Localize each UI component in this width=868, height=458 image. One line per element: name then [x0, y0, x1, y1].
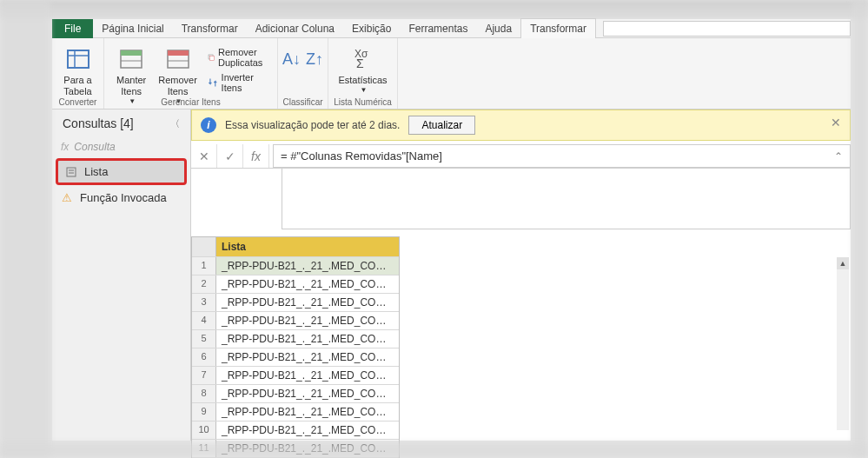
estatisticas-label: Estatísticas	[338, 75, 387, 86]
formula-value: = #"Colunas Removidas"[Name]	[281, 149, 442, 163]
svg-rect-10	[209, 56, 214, 60]
menu-bar: File Página Inicial Transformar Adiciona…	[52, 19, 851, 38]
row-number: 6	[192, 348, 216, 366]
row-number: 2	[192, 275, 216, 293]
estatisticas-button[interactable]: XσΣ Estatísticas▼	[335, 42, 390, 98]
cell-value: _RPP-PDU-B21_._21_.MED_CORR_TC_06.V...	[216, 348, 399, 366]
row-number: 10	[192, 421, 216, 439]
remover-itens-button[interactable]: Remover Itens▼	[153, 42, 202, 96]
cell-value: _RPP-PDU-B21_._21_.MED_CORR_TC_01.V...	[216, 257, 399, 275]
column-header-lista[interactable]: Lista	[216, 237, 399, 256]
tab-ferramentas[interactable]: Ferramentas	[400, 19, 476, 38]
queries-panel: Consultas [4] 〈 fx Consulta Lista ⚠ Funç…	[52, 110, 191, 441]
list-icon	[65, 166, 77, 178]
table-icon	[64, 45, 92, 73]
query-item-label: Função Invocada	[80, 191, 167, 204]
tab-exibicao[interactable]: Exibição	[343, 19, 400, 38]
tab-pagina-inicial[interactable]: Página Inicial	[93, 19, 172, 38]
remover-duplicatas-label: Remover Duplicatas	[218, 47, 268, 68]
cell-value: _RPP-PDU-B21_._21_.MED_CORR_TC_08.V...	[216, 385, 399, 402]
table-row[interactable]: 1_RPP-PDU-B21_._21_.MED_CORR_TC_01.V...	[192, 256, 399, 275]
svg-rect-13	[67, 168, 76, 176]
info-message: Essa visualização pode ter até 2 dias.	[225, 119, 400, 131]
cell-value: _RPP-PDU-B21_._21_.MED_CORR_TC_04.V...	[216, 312, 399, 329]
formula-bar: ✕ ✓ fx = #"Colunas Removidas"[Name] ⌃	[191, 144, 851, 169]
accept-formula-button[interactable]: ✓	[217, 144, 243, 168]
fx-button[interactable]: fx	[243, 144, 269, 168]
info-icon: i	[201, 117, 216, 133]
row-number: 8	[192, 385, 216, 402]
formula-placeholder: Consulta	[74, 141, 115, 153]
svg-rect-0	[68, 50, 89, 68]
warning-icon: ⚠	[61, 192, 73, 204]
table-row[interactable]: 3_RPP-PDU-B21_._21_.MED_CORR_TC_03.V...	[192, 293, 399, 311]
main-area: i Essa visualização pode ter até 2 dias.…	[191, 110, 851, 441]
keep-rows-icon	[117, 45, 145, 73]
tab-adicionar-coluna[interactable]: Adicionar Coluna	[247, 19, 343, 38]
row-number: 7	[192, 367, 216, 384]
reverse-icon	[208, 76, 218, 89]
table-row[interactable]: 9_RPP-PDU-B21_._21_.MED_CORR_TC_09.V...	[192, 402, 399, 421]
group-classificar-label: Classificar	[278, 97, 328, 107]
queries-title: Consultas [4]	[63, 116, 134, 130]
data-grid: Lista 1_RPP-PDU-B21_._21_.MED_CORR_TC_01…	[191, 236, 400, 458]
grid-header: Lista	[192, 237, 399, 256]
formula-row-placeholder: fx Consulta	[52, 137, 190, 156]
search-input[interactable]	[603, 21, 851, 37]
chevron-down-icon: ▼	[361, 86, 368, 95]
scroll-up-button[interactable]: ▲	[837, 257, 849, 269]
vertical-scrollbar[interactable]: ▲	[837, 257, 849, 430]
cell-value: _RPP-PDU-B21_._21_.MED_CORR_TC_09.V...	[216, 403, 399, 421]
cell-value: _RPP-PDU-B21_._21_.MED_CORR_TC_07.V...	[216, 367, 399, 384]
rownum-header	[192, 237, 216, 256]
group-gerenciar-label: Gerenciar Itens	[104, 97, 277, 107]
table-row[interactable]: 6_RPP-PDU-B21_._21_.MED_CORR_TC_06.V...	[192, 348, 399, 366]
manter-itens-label: Manter Itens	[116, 75, 146, 97]
sort-asc-button[interactable]: A↓	[282, 50, 301, 69]
tab-transformar[interactable]: Transformar	[173, 19, 247, 38]
para-tabela-label: Para a Tabela	[63, 75, 91, 97]
group-converter-label: Converter	[52, 97, 103, 107]
sort-desc-button[interactable]: Z↑	[306, 50, 323, 69]
manter-itens-button[interactable]: Manter Itens▼	[111, 42, 151, 96]
svg-rect-4	[121, 50, 142, 56]
cell-value: _RPP-PDU-B21_._21_.MED_CORR_TC_02.V...	[216, 275, 399, 293]
row-number: 4	[192, 312, 216, 329]
tab-ajuda[interactable]: Ajuda	[476, 19, 520, 38]
expand-formula-button[interactable]: ⌃	[834, 150, 843, 163]
table-row[interactable]: 4_RPP-PDU-B21_._21_.MED_CORR_TC_04.V...	[192, 311, 399, 329]
cell-value: _RPP-PDU-B21_._21_.MED_CORR_TC_10.V...	[216, 421, 399, 439]
cell-value: _RPP-PDU-B21_._21_.MED_CORR_TC_03.V...	[216, 294, 399, 311]
table-row[interactable]: 10_RPP-PDU-B21_._21_.MED_CORR_TC_10.V...	[192, 421, 399, 439]
statistics-icon: XσΣ	[349, 45, 377, 73]
row-number: 1	[192, 257, 216, 275]
inverter-itens-button[interactable]: Inverter Itens	[204, 70, 271, 95]
table-row[interactable]: 7_RPP-PDU-B21_._21_.MED_CORR_TC_07.V...	[192, 366, 399, 384]
svg-text:Σ: Σ	[356, 56, 364, 70]
inverter-itens-label: Inverter Itens	[222, 72, 268, 93]
info-bar: i Essa visualização pode ter até 2 dias.…	[191, 110, 851, 141]
table-row[interactable]: 8_RPP-PDU-B21_._21_.MED_CORR_TC_08.V...	[192, 384, 399, 402]
fx-icon: fx	[61, 141, 69, 153]
row-number: 5	[192, 330, 216, 348]
table-row[interactable]: 5_RPP-PDU-B21_._21_.MED_CORR_TC_05.V...	[192, 329, 399, 348]
table-row[interactable]: 2_RPP-PDU-B21_._21_.MED_CORR_TC_02.V...	[192, 275, 399, 293]
query-item-lista[interactable]: Lista	[56, 158, 187, 185]
ribbon: Para a Tabela Converter Manter Itens▼ Re…	[52, 38, 851, 110]
query-item-funcao[interactable]: ⚠ Função Invocada	[52, 187, 190, 209]
row-number: 3	[192, 294, 216, 311]
formula-expand-area[interactable]	[282, 169, 851, 229]
formula-input[interactable]: = #"Colunas Removidas"[Name] ⌃	[273, 144, 851, 168]
collapse-panel-button[interactable]: 〈	[170, 117, 180, 130]
remove-rows-icon	[164, 45, 192, 73]
cancel-formula-button[interactable]: ✕	[191, 144, 217, 168]
remove-duplicates-icon	[208, 51, 215, 63]
para-tabela-button[interactable]: Para a Tabela	[59, 42, 96, 101]
close-infobar-button[interactable]: ✕	[831, 116, 841, 129]
update-button[interactable]: Atualizar	[408, 116, 475, 135]
file-tab[interactable]: File	[52, 19, 93, 38]
query-item-label: Lista	[84, 165, 108, 178]
tab-transformar-context[interactable]: Transformar	[520, 18, 596, 38]
remover-itens-label: Remover Itens	[158, 75, 197, 97]
remover-duplicatas-button[interactable]: Remover Duplicatas	[204, 45, 271, 70]
